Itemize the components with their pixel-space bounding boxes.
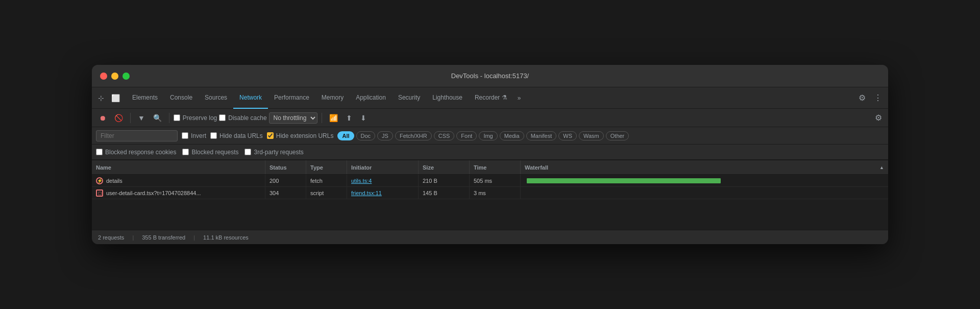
th-size[interactable]: Size bbox=[419, 160, 470, 174]
hide-data-urls-checkbox[interactable] bbox=[210, 132, 217, 139]
blocked-cookies-label[interactable]: Blocked response cookies bbox=[96, 149, 176, 156]
blocked-requests-label[interactable]: Blocked requests bbox=[182, 149, 238, 156]
td-status-1: 200 bbox=[265, 175, 306, 186]
requests-count: 2 requests bbox=[98, 234, 124, 241]
filter-tag-ws[interactable]: WS bbox=[558, 131, 577, 140]
third-party-label[interactable]: 3rd-party requests bbox=[244, 149, 303, 156]
traffic-lights bbox=[100, 73, 130, 80]
filter-tag-img[interactable]: Img bbox=[479, 131, 497, 140]
fetch-icon-1: ⚡ bbox=[96, 177, 103, 184]
clear-button[interactable]: 🚫 bbox=[111, 112, 126, 124]
th-time[interactable]: Time bbox=[470, 160, 521, 174]
filter-tag-other[interactable]: Other bbox=[606, 131, 629, 140]
invert-checkbox[interactable] bbox=[182, 132, 188, 139]
filter-button[interactable]: ▼ bbox=[135, 112, 148, 124]
third-party-checkbox[interactable] bbox=[244, 149, 251, 155]
tab-performance[interactable]: Performance bbox=[268, 87, 315, 109]
tab-console[interactable]: Console bbox=[164, 87, 199, 109]
download-icon[interactable]: ⬇ bbox=[357, 112, 370, 124]
tab-recorder[interactable]: Recorder ⚗ bbox=[469, 87, 513, 109]
filter-tags: All Doc JS Fetch/XHR CSS Font Img Media … bbox=[337, 131, 884, 140]
tab-security[interactable]: Security bbox=[392, 87, 426, 109]
td-initiator-2[interactable]: friend.tsx:11 bbox=[347, 187, 419, 199]
wifi-icon[interactable]: 📶 bbox=[326, 112, 341, 124]
table-row[interactable]: ⚡ details 200 fetch utils.ts:4 210 B 505… bbox=[92, 175, 888, 187]
hide-ext-urls-checkbox[interactable] bbox=[267, 132, 274, 139]
toolbar-row: ⏺ 🚫 ▼ 🔍 Preserve log Disable cache No th… bbox=[92, 109, 888, 127]
maximize-button[interactable] bbox=[122, 73, 130, 80]
stop-recording-button[interactable]: ⏺ bbox=[96, 112, 109, 124]
td-name-1: ⚡ details bbox=[92, 175, 265, 186]
filter-tag-css[interactable]: CSS bbox=[434, 131, 455, 140]
tab-memory[interactable]: Memory bbox=[315, 87, 350, 109]
blocked-cookies-checkbox[interactable] bbox=[96, 149, 103, 155]
td-type-2: script bbox=[306, 187, 347, 199]
preserve-log-label[interactable]: Preserve log bbox=[174, 114, 217, 122]
minimize-button[interactable] bbox=[111, 73, 118, 80]
th-type[interactable]: Type bbox=[306, 160, 347, 174]
preserve-log-checkbox[interactable] bbox=[174, 114, 180, 121]
filter-tag-media[interactable]: Media bbox=[500, 131, 524, 140]
status-bar: 2 requests | 355 B transferred | 11.1 kB… bbox=[92, 230, 888, 244]
tab-application[interactable]: Application bbox=[350, 87, 392, 109]
transferred-amount: 355 B transferred bbox=[142, 234, 185, 241]
settings-gear-icon[interactable]: ⚙ bbox=[856, 91, 868, 105]
filter-tag-font[interactable]: Font bbox=[456, 131, 477, 140]
hide-ext-urls-label[interactable]: Hide extension URLs bbox=[267, 132, 334, 139]
tab-lighthouse[interactable]: Lighthouse bbox=[426, 87, 469, 109]
inspect-icon[interactable]: ⊹ bbox=[96, 92, 106, 104]
device-icon[interactable]: ⬜ bbox=[109, 92, 122, 104]
table-header: Name Status Type Initiator Size Time Wat… bbox=[92, 160, 888, 175]
th-name[interactable]: Name bbox=[92, 160, 265, 174]
close-button[interactable] bbox=[100, 73, 107, 80]
table-row[interactable]: ◻ user-detail-card.tsx?t=17047028844... … bbox=[92, 187, 888, 199]
tab-icons: ⊹ ⬜ bbox=[96, 92, 122, 104]
invert-label[interactable]: Invert bbox=[182, 132, 206, 139]
sort-arrow-icon: ▲ bbox=[879, 165, 884, 170]
name-cell-2: ◻ user-detail-card.tsx?t=17047028844... bbox=[96, 189, 201, 197]
tab-more[interactable]: » bbox=[513, 94, 525, 102]
disable-cache-label[interactable]: Disable cache bbox=[219, 114, 266, 122]
tab-network[interactable]: Network bbox=[233, 87, 268, 109]
toolbar-divider-2 bbox=[169, 113, 169, 123]
filter-row: Invert Hide data URLs Hide extension URL… bbox=[92, 127, 888, 145]
devtools-window: DevTools - localhost:5173/ ⊹ ⬜ Elements … bbox=[92, 65, 888, 244]
filter-tag-wasm[interactable]: Wasm bbox=[579, 131, 604, 140]
name-cell-1: ⚡ details bbox=[96, 177, 122, 184]
td-waterfall-1 bbox=[521, 175, 888, 186]
tab-sources[interactable]: Sources bbox=[199, 87, 233, 109]
tab-elements[interactable]: Elements bbox=[126, 87, 164, 109]
tab-settings-icons: ⚙ ⋮ bbox=[856, 91, 884, 105]
more-options-icon[interactable]: ⋮ bbox=[872, 91, 884, 105]
td-waterfall-2 bbox=[521, 187, 888, 199]
resources-amount: 11.1 kB resources bbox=[203, 234, 249, 241]
network-table: Name Status Type Initiator Size Time Wat… bbox=[92, 160, 888, 230]
status-divider-1: | bbox=[132, 234, 134, 241]
filter-tag-all[interactable]: All bbox=[337, 131, 354, 140]
th-initiator[interactable]: Initiator bbox=[347, 160, 419, 174]
upload-icon[interactable]: ⬆ bbox=[343, 112, 355, 124]
window-title: DevTools - localhost:5173/ bbox=[451, 72, 529, 80]
empty-rows bbox=[92, 199, 888, 230]
td-initiator-1[interactable]: utils.ts:4 bbox=[347, 175, 419, 186]
th-waterfall[interactable]: Waterfall ▲ bbox=[521, 160, 888, 174]
toolbar-divider-3 bbox=[322, 113, 322, 123]
filter-tag-doc[interactable]: Doc bbox=[356, 131, 376, 140]
search-button[interactable]: 🔍 bbox=[150, 112, 165, 124]
td-size-2: 145 B bbox=[419, 187, 470, 199]
bar-fill-1 bbox=[527, 178, 721, 183]
disable-cache-checkbox[interactable] bbox=[219, 114, 226, 121]
filter-tag-fetch-xhr[interactable]: Fetch/XHR bbox=[395, 131, 432, 140]
td-status-2: 304 bbox=[265, 187, 306, 199]
td-name-2: ◻ user-detail-card.tsx?t=17047028844... bbox=[92, 187, 265, 199]
toolbar-divider-1 bbox=[130, 113, 131, 123]
hide-data-urls-label[interactable]: Hide data URLs bbox=[210, 132, 263, 139]
blocked-requests-checkbox[interactable] bbox=[182, 149, 189, 155]
th-status[interactable]: Status bbox=[265, 160, 306, 174]
titlebar: DevTools - localhost:5173/ bbox=[92, 65, 888, 87]
throttle-select[interactable]: No throttling bbox=[269, 112, 317, 124]
filter-input[interactable] bbox=[96, 130, 178, 141]
filter-tag-js[interactable]: JS bbox=[377, 131, 393, 140]
filter-tag-manifest[interactable]: Manifest bbox=[526, 131, 557, 140]
network-settings-icon[interactable]: ⚙ bbox=[873, 111, 884, 125]
